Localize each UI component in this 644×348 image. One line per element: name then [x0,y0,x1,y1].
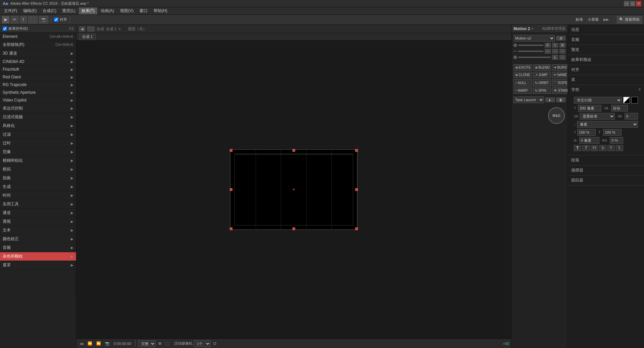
char-vert-scale[interactable] [577,129,596,136]
motion2-slider-2[interactable] [518,51,543,52]
effect-item-simulate[interactable]: 模拟 ▶ [0,165,76,174]
color-swatch[interactable] [623,97,630,103]
effect-item-videocopilot[interactable]: Video Copilot ▶ [0,96,76,104]
camera-select[interactable]: 1个 [194,340,211,347]
effect-item-distort[interactable]: 扭曲 ▶ [0,174,76,183]
char-kerning-select[interactable]: 度量标准 [580,113,615,120]
effect-item-noise[interactable]: 杂色和颗粒 ▶ [0,252,76,261]
zoom-select[interactable]: 完整 1/2 1/4 [138,340,156,347]
next-frame-button[interactable]: ⏩ [95,341,102,346]
motion2-null-btn[interactable]: ○ NULL [514,79,532,86]
handle-bm[interactable] [292,227,295,230]
handle-ml[interactable] [230,188,232,191]
effect-item-frischluft[interactable]: Frischluft ▶ [0,66,76,73]
snapshot-button[interactable]: 📷 [104,341,111,346]
info-section-tracker3[interactable]: 跟踪器 [568,176,644,186]
menu-help[interactable]: 帮助(H) [151,7,170,14]
effect-item-blur[interactable]: 模糊和锐化 ▶ [0,156,76,165]
char-sup-btn[interactable]: T' [607,145,615,151]
motion2-btn-f[interactable]: F [545,43,551,48]
effect-item-removeall[interactable]: 全部移除(R) Ctrl+Shift+E [0,41,76,49]
char-italic-btn[interactable]: T [582,145,590,151]
motion2-version-select[interactable]: Motion v2 [514,35,555,42]
char-tsume-input[interactable] [610,137,623,144]
effect-item-syntheticaperture[interactable]: Synthetic Aperture ▶ [0,89,76,96]
motion2-excite-btn[interactable]: ⊕ EXCITE [514,64,532,71]
toolbar-camera-tool[interactable]: 📷 [39,16,48,23]
handle-tr[interactable] [355,149,358,152]
char-horiz-scale[interactable] [603,129,622,136]
effect-item-generate[interactable]: 生成 ▶ [0,183,76,191]
info-section-audio[interactable]: 音频 [568,35,644,45]
toolbar-shape-tool[interactable]: ⬛ [28,16,38,23]
region-toggle[interactable]: ⬚ [164,341,170,346]
effect-item-stylize[interactable]: 风格化 ▶ [0,122,76,130]
view-toggle[interactable]: ⊡ [212,341,218,346]
motion2-btn-arrow[interactable]: ↓ [559,55,566,60]
info-section-effects[interactable]: 效果和预设 [568,55,644,65]
comp-nav-btn[interactable]: ◀ [79,26,85,31]
effect-item-rgtrapcode[interactable]: RG Trapcode ▶ [0,81,76,89]
effect-item-element[interactable]: Element Ctrl+Alt+Shift+E [0,33,76,41]
prev-frame-button[interactable]: ⏪ [86,341,94,346]
char-bold-btn[interactable]: T [574,145,581,151]
char-size-input[interactable] [578,105,601,112]
minimize-button[interactable]: — [624,1,629,6]
task-launch-del-btn[interactable]: 🗑 [556,97,566,102]
toolbar-text-tool[interactable]: T [20,16,27,23]
effect-item-colorcorrect[interactable]: 颜色校正 ▶ [0,235,76,243]
motion2-warp-btn[interactable]: ~ WARP [514,87,532,94]
maximize-button[interactable]: □ [630,1,635,6]
effect-item-cinema4d[interactable]: CINEMA 4D ▶ [0,58,76,66]
effect-item-mask[interactable]: 遮罩 ▶ [0,261,76,270]
motion2-blend-btn[interactable]: ⊕ BLEND [533,64,551,71]
menu-file[interactable]: 文件(F) [1,7,20,14]
grid-toggle[interactable]: ⊞ [157,341,163,346]
handle-tl[interactable] [230,149,232,152]
effect-item-range[interactable]: 范像 ▶ [0,148,76,156]
task-launch-run-btn[interactable]: ⏵ [545,97,555,102]
effect-item-obsolete[interactable]: 过时 ▶ [0,139,76,148]
effect-item-perspective[interactable]: 透视 ▶ [0,217,76,226]
play-button[interactable]: ⏮ [78,341,85,346]
handle-mr[interactable] [355,188,358,191]
close-button[interactable]: ✕ [636,1,641,6]
motion2-btn-i[interactable]: I [552,43,558,48]
motion2-btn-r[interactable]: R [559,43,566,48]
info-section-tracker2[interactable]: 描摆器 [568,165,644,176]
window-controls[interactable]: — □ ✕ [624,1,641,6]
handle-bl[interactable] [230,227,232,230]
menu-window[interactable]: 窗口 [137,7,150,14]
char-leading-select[interactable]: 像素 [577,121,638,128]
effect-item-expression[interactable]: 表达式控制 ▶ [0,104,76,113]
motion2-btn-dots[interactable]: ⋯ [552,49,558,54]
handle-tm[interactable] [292,149,295,152]
motion2-btn-extra[interactable]: • [559,49,566,54]
motion2-btn-l[interactable]: L [552,55,558,60]
align-checkbox[interactable] [54,17,58,22]
motion2-btn-minus[interactable]: − [545,49,551,54]
effects-checkbox[interactable] [3,26,7,31]
effect-item-filter[interactable]: 过滤 ▶ [0,130,76,139]
toolbar-more[interactable]: ▶▶ [603,17,609,22]
effect-item-utility[interactable]: 实用工具 ▶ [0,200,76,209]
menu-view[interactable]: 视图(V) [117,7,136,14]
menu-composition[interactable]: 合成(C) [40,7,59,14]
motion2-spin-btn[interactable]: ↻ SPIN [533,87,551,94]
info-section-library[interactable]: 库 [568,75,644,85]
effect-item-audio[interactable]: 音频 ▶ [0,243,76,252]
task-launch-select[interactable]: Task Launch [514,96,544,103]
comp-nav-btn2[interactable]: ⬛ [87,26,95,31]
char-auto-input[interactable] [611,105,628,112]
info-section-preview[interactable]: 预览 [568,45,644,55]
menu-effects[interactable]: 效果(T) [79,7,97,14]
info-section-paragraph[interactable]: 段落 [568,155,644,165]
info-section-align[interactable]: 对齐 [568,65,644,75]
motion2-jump-btn[interactable]: ↗ JUMP [533,72,551,78]
stroke-swatch[interactable] [631,97,638,103]
toolbar-arrow-tool[interactable]: ▶ [2,16,9,23]
info-section-info[interactable]: 信息 [568,25,644,35]
motion2-clone-btn[interactable]: ⊕ CLONE [514,72,532,78]
char-menu-icon[interactable]: ≡ [638,87,641,93]
menu-layer[interactable]: 图层(L) [60,7,78,14]
